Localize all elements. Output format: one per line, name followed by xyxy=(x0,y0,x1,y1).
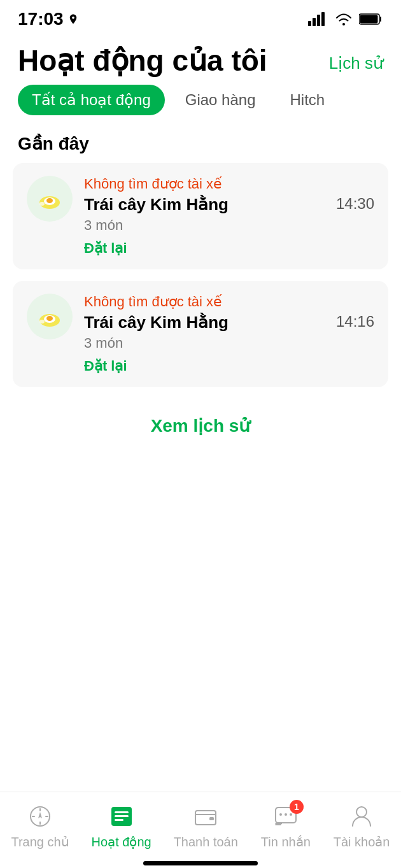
svg-rect-3 xyxy=(321,12,325,26)
nav-home-label: Trang chủ xyxy=(11,834,69,850)
nav-messages-label: Tin nhắn xyxy=(261,834,311,850)
messages-badge: 1 xyxy=(290,800,304,814)
order-details-1: Không tìm được tài xế Trái cây Kim Hằng … xyxy=(84,176,325,257)
order-card-2: Không tìm được tài xế Trái cây Kim Hằng … xyxy=(13,281,388,387)
order-reorder-2[interactable]: Đặt lại xyxy=(84,358,325,374)
svg-point-13 xyxy=(39,320,45,324)
signal-icon xyxy=(308,12,328,26)
food-icon-1 xyxy=(36,185,64,213)
svg-rect-1 xyxy=(313,18,316,26)
svg-marker-15 xyxy=(38,812,42,818)
svg-rect-19 xyxy=(115,819,123,821)
order-status-2: Không tìm được tài xế xyxy=(84,294,325,310)
svg-rect-17 xyxy=(115,811,129,813)
svg-point-9 xyxy=(39,202,45,206)
order-details-2: Không tìm được tài xế Trái cây Kim Hằng … xyxy=(84,294,325,374)
chat-icon: 1 xyxy=(272,802,300,830)
order-name-1: Trái cây Kim Hằng xyxy=(84,195,325,215)
person-icon xyxy=(348,802,376,830)
order-time-1: 14:30 xyxy=(336,195,374,213)
tabs-container: Tất cả hoạt động Giao hàng Hitch xyxy=(0,85,401,115)
header: Hoạt động của tôi Lịch sử xyxy=(0,34,401,85)
nav-payment[interactable]: Thanh toán xyxy=(174,803,238,850)
nav-account-label: Tài khoản xyxy=(334,834,390,850)
svg-rect-24 xyxy=(285,813,287,816)
battery-icon xyxy=(359,13,383,25)
tab-delivery[interactable]: Giao hàng xyxy=(171,85,270,115)
view-history-link[interactable]: Xem lịch sử xyxy=(0,399,401,453)
nav-messages[interactable]: 1 Tin nhắn xyxy=(260,802,311,850)
svg-point-12 xyxy=(46,316,53,321)
wallet-icon xyxy=(192,803,220,831)
order-status-1: Không tìm được tài xế xyxy=(84,176,325,192)
food-icon-2 xyxy=(36,302,64,331)
nav-activity[interactable]: Hoạt động xyxy=(92,802,151,850)
section-title: Gần đây xyxy=(0,128,401,163)
nav-activity-label: Hoạt động xyxy=(92,834,151,850)
svg-point-26 xyxy=(356,807,367,817)
nav-account[interactable]: Tài khoản xyxy=(334,802,390,850)
order-items-1: 3 món xyxy=(84,217,325,234)
order-time-2: 14:16 xyxy=(336,313,374,331)
status-time: 17:03 xyxy=(18,9,79,29)
compass-icon xyxy=(26,802,54,830)
svg-rect-25 xyxy=(290,813,292,816)
order-icon-1 xyxy=(27,176,73,222)
bottom-nav: Trang chủ Hoạt động Thanh toán xyxy=(0,792,401,855)
order-name-2: Trái cây Kim Hằng xyxy=(84,313,325,332)
wifi-icon xyxy=(335,12,353,26)
svg-rect-5 xyxy=(360,15,378,24)
status-bar: 17:03 xyxy=(0,0,401,34)
list-icon xyxy=(108,802,136,830)
svg-point-8 xyxy=(46,198,53,203)
order-items-2: 3 món xyxy=(84,335,325,352)
tab-hitch[interactable]: Hitch xyxy=(276,85,339,115)
order-reorder-1[interactable]: Đặt lại xyxy=(84,240,325,257)
svg-rect-2 xyxy=(317,15,320,26)
svg-rect-18 xyxy=(115,815,129,817)
svg-rect-0 xyxy=(308,21,311,26)
home-indicator xyxy=(143,861,258,865)
order-card-1: Không tìm được tài xế Trái cây Kim Hằng … xyxy=(13,163,388,269)
page-title: Hoạt động của tôi xyxy=(18,45,267,77)
location-icon xyxy=(67,13,79,25)
svg-rect-21 xyxy=(209,817,214,820)
status-icons xyxy=(308,12,383,26)
order-icon-2 xyxy=(27,294,73,339)
history-link[interactable]: Lịch sử xyxy=(329,53,383,73)
tab-all[interactable]: Tất cả hoạt động xyxy=(18,85,165,115)
nav-payment-label: Thanh toán xyxy=(174,835,238,850)
svg-rect-23 xyxy=(279,813,282,816)
nav-home[interactable]: Trang chủ xyxy=(11,802,69,850)
